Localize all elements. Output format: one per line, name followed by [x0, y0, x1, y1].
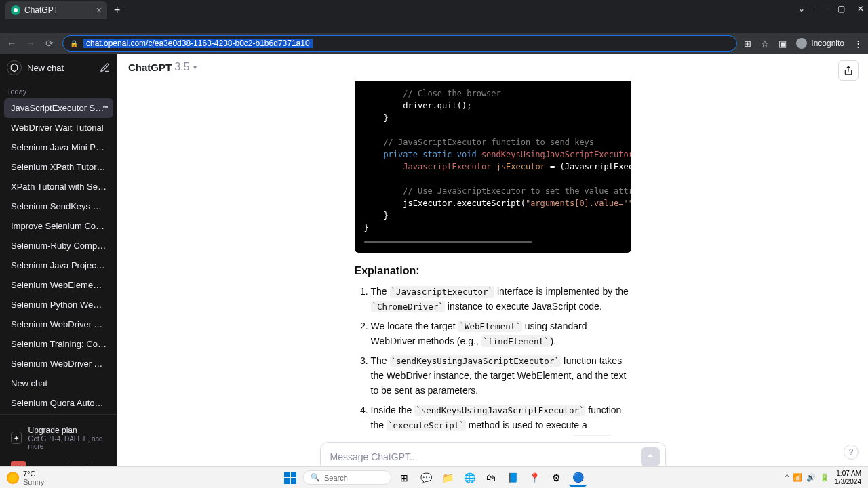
taskbar: 7°C Sunny 🔍 Search ⊞ 💬 📁 🌐 🛍 📘 📍 ⚙ 🔵 ^ 📶… — [0, 466, 868, 488]
explanation-item: The sendKeysUsingJavaScriptExecutor func… — [371, 353, 631, 399]
upgrade-plan-button[interactable]: ✦ Upgrade plan Get GPT-4, DALL·E, and mo… — [5, 420, 112, 455]
code-horizontal-scrollbar[interactable] — [364, 241, 532, 243]
chat-history-item[interactable]: Selenium Quora Automation Tuto — [4, 393, 113, 413]
chrome-icon[interactable]: 🔵 — [569, 469, 587, 487]
search-icon: 🔍 — [311, 473, 320, 482]
clock[interactable]: 1:07 AM 1/3/2024 — [835, 470, 861, 486]
store-icon[interactable]: 🛍 — [482, 469, 500, 487]
explanation-item: We locate the target WebElement using st… — [371, 319, 631, 349]
chat-history-item[interactable]: Selenium Java Project Tutorial — [4, 256, 113, 275]
tray-chevron-icon[interactable]: ^ — [785, 473, 789, 482]
chevron-down-icon: ▾ — [193, 64, 197, 71]
window-controls: ⌄ — ▢ ✕ — [798, 4, 864, 14]
new-chat-label: New chat — [27, 63, 94, 73]
message-input[interactable] — [330, 451, 641, 462]
incognito-icon — [796, 38, 807, 49]
task-view-icon[interactable]: ⊞ — [395, 469, 413, 487]
share-button[interactable] — [838, 60, 859, 81]
chat-history-item[interactable]: New chat — [4, 373, 113, 393]
weather-widget[interactable]: 7°C Sunny — [7, 470, 44, 486]
word-icon[interactable]: 📘 — [504, 469, 521, 487]
browser-titlebar: ChatGPT × + ⌄ — ▢ ✕ — [0, 0, 868, 33]
minimize-icon[interactable]: — — [817, 4, 825, 14]
sun-icon — [7, 472, 19, 484]
chat-app-icon[interactable]: 💬 — [417, 469, 435, 487]
sparkle-icon: ✦ — [11, 432, 22, 444]
chat-history-item[interactable]: Selenium SendKeys Delay Tutorial — [4, 197, 113, 216]
code-block: // Close the browser driver.quit(); } //… — [355, 81, 631, 253]
explanation-item: Inside the sendKeysUsingJavaScriptExecut… — [371, 403, 631, 436]
explanation-item: The JavascriptExecutor interface is impl… — [371, 284, 631, 314]
chatgpt-favicon — [11, 5, 20, 15]
forward-button: → — [24, 38, 37, 49]
edge-icon[interactable]: 🌐 — [460, 469, 478, 487]
chat-history-item[interactable]: JavaScriptExecutor SendKeys — [4, 98, 113, 118]
maximize-icon[interactable]: ▢ — [837, 4, 845, 14]
volume-icon[interactable]: 🔊 — [806, 473, 816, 482]
back-button[interactable]: ← — [5, 38, 18, 49]
extensions-icon[interactable]: ▣ — [778, 39, 787, 49]
menu-icon[interactable]: ⋮ — [854, 39, 863, 49]
battery-icon[interactable]: 🔋 — [820, 473, 829, 482]
model-name: ChatGPT — [128, 62, 172, 73]
compose-icon[interactable] — [100, 62, 111, 73]
translate-icon[interactable]: ⊞ — [744, 39, 751, 49]
lock-icon: 🔒 — [70, 40, 78, 47]
main-content: ChatGPT 3.5 ▾ // Close the browser drive… — [117, 54, 868, 487]
chat-history-item[interactable]: Selenium WebDriver Tutorial — [4, 354, 113, 373]
chat-history-item[interactable]: Selenium Training: Code Examples — [4, 334, 113, 354]
weather-condition: Sunny — [23, 478, 44, 486]
taskbar-search[interactable]: 🔍 Search — [303, 470, 391, 485]
openai-logo-icon — [7, 60, 22, 75]
close-window-icon[interactable]: ✕ — [857, 4, 864, 14]
address-bar: ← → ⟳ 🔒 chat.openai.com/c/ea3e0d38-1163-… — [0, 33, 868, 54]
chat-history-item[interactable]: XPath Tutorial with Selenium — [4, 177, 113, 197]
chat-history-item[interactable]: Selenium Java Mini Project — [4, 138, 113, 157]
tab-close-icon[interactable]: × — [96, 5, 102, 16]
reload-button[interactable]: ⟳ — [43, 38, 56, 49]
svg-point-0 — [14, 8, 18, 12]
upgrade-title: Upgrade plan — [28, 426, 106, 435]
upgrade-subtitle: Get GPT-4, DALL·E, and more — [28, 435, 106, 450]
new-tab-button[interactable]: + — [107, 4, 127, 19]
explanation-heading: Explanation: — [355, 265, 631, 277]
help-button[interactable]: ? — [844, 445, 859, 460]
system-tray[interactable]: ^ 📶 🔊 🔋 — [785, 473, 829, 482]
tab-title: ChatGPT — [24, 5, 58, 15]
bookmark-icon[interactable]: ☆ — [761, 39, 769, 49]
chat-history-item[interactable]: Improve Selenium Code Tutorial — [4, 216, 113, 236]
incognito-badge[interactable]: Incognito — [796, 38, 844, 49]
url-text: chat.openai.com/c/ea3e0d38-1163-4238-b0c… — [83, 39, 313, 48]
chat-history-item[interactable]: Selenium XPath Tutorial: Examples — [4, 157, 113, 177]
model-selector[interactable]: ChatGPT 3.5 ▾ — [117, 54, 868, 81]
chat-history-item[interactable]: Selenium Training Plan — [4, 413, 113, 414]
chat-history-item[interactable]: WebDriver Wait Tutorial — [4, 118, 113, 138]
chat-history-item[interactable]: Selenium Python Web Testing — [4, 295, 113, 314]
sidebar: New chat Today JavaScriptExecutor SendKe… — [0, 54, 117, 487]
settings-icon[interactable]: ⚙ — [547, 469, 565, 487]
chat-history-item[interactable]: Selenium WebDriver Tutorial: Pyth — [4, 314, 113, 334]
file-explorer-icon[interactable]: 📁 — [439, 469, 456, 487]
new-chat-button[interactable]: New chat — [0, 54, 117, 82]
wifi-icon[interactable]: 📶 — [793, 473, 802, 482]
model-version: 3.5 — [174, 61, 189, 73]
start-button[interactable] — [281, 469, 299, 487]
url-input[interactable]: 🔒 chat.openai.com/c/ea3e0d38-1163-4238-b… — [62, 35, 737, 52]
explanation-list: The JavascriptExecutor interface is impl… — [355, 284, 631, 436]
temperature: 7°C — [23, 470, 44, 478]
chevron-down-icon[interactable]: ⌄ — [798, 4, 805, 14]
maps-icon[interactable]: 📍 — [526, 469, 543, 487]
chat-history-list: JavaScriptExecutor SendKeysWebDriver Wai… — [0, 98, 117, 414]
sidebar-heading: Today — [0, 82, 117, 98]
chat-history-item[interactable]: Selenium WebElement Tutorial — [4, 275, 113, 295]
browser-tab[interactable]: ChatGPT × — [5, 1, 107, 19]
send-button[interactable] — [641, 447, 660, 466]
chat-history-item[interactable]: Selenium-Ruby Compatibility & O — [4, 236, 113, 256]
